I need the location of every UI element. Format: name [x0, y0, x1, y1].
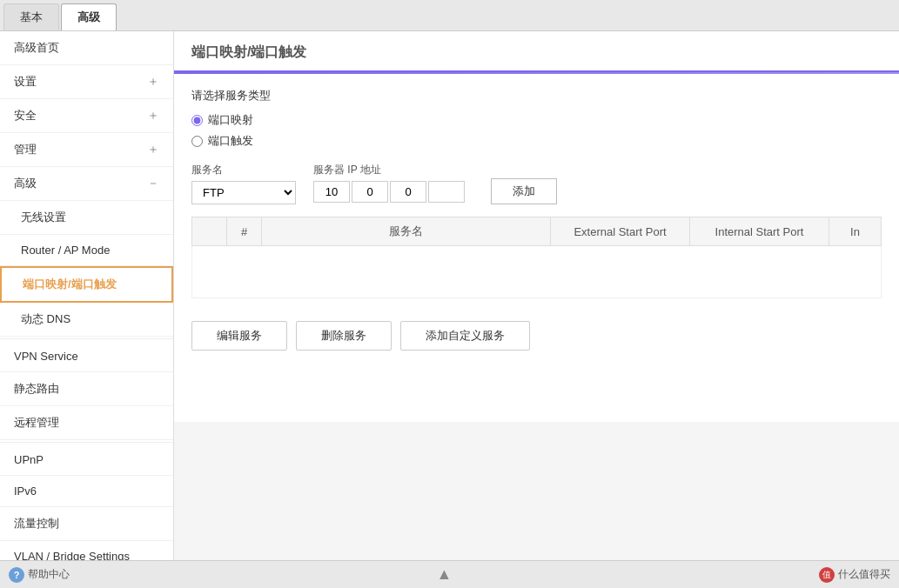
sidebar-upnp-label: UPnP — [14, 453, 44, 466]
add-custom-service-button[interactable]: 添加自定义服务 — [400, 321, 530, 351]
table-row-empty — [192, 246, 882, 298]
sidebar-vpn-label: VPN Service — [14, 350, 78, 363]
sidebar-item-security[interactable]: 安全 ＋ — [0, 99, 173, 133]
action-buttons: 编辑服务 删除服务 添加自定义服务 — [191, 312, 882, 351]
main-content: 端口映射/端口触发 请选择服务类型 端口映射 端口触发 服务名 — [174, 31, 899, 588]
sidebar-ipv6-label: IPv6 — [14, 484, 37, 498]
top-tabs-bar: 基本 高级 — [0, 0, 899, 31]
sidebar-item-upnp[interactable]: UPnP — [0, 444, 173, 476]
ip-octet-4[interactable] — [428, 181, 465, 203]
sidebar-item-dynamic-dns[interactable]: 动态 DNS — [0, 303, 173, 337]
sidebar-item-manage[interactable]: 管理 ＋ — [0, 133, 173, 167]
content-area: 请选择服务类型 端口映射 端口触发 服务名 FTP HTTP — [174, 74, 899, 422]
server-ip-label: 服务器 IP 地址 — [313, 163, 465, 177]
security-plus-icon: ＋ — [147, 108, 159, 124]
sidebar-item-wireless[interactable]: 无线设置 — [0, 201, 173, 235]
help-icon: ? — [9, 567, 24, 583]
watermark: 值 什么值得买 — [819, 567, 890, 583]
radio-port-mapping[interactable]: 端口映射 — [191, 112, 882, 128]
sidebar-settings-label: 设置 — [14, 74, 37, 90]
th-ext-start: External Start Port — [551, 217, 690, 246]
sidebar-item-ipv6[interactable]: IPv6 — [0, 476, 173, 507]
sidebar-item-static-route[interactable]: 静态路由 — [0, 372, 173, 406]
bottom-bar: ? 帮助中心 ▲ 值 什么值得买 — [0, 560, 899, 588]
radio-port-trigger-input[interactable] — [191, 136, 203, 147]
ip-octet-1[interactable] — [313, 181, 350, 203]
sidebar: 高级首页 设置 ＋ 安全 ＋ 管理 ＋ 高级 － 无线设置 Router / A… — [0, 31, 174, 588]
service-type-label: 请选择服务类型 — [191, 88, 882, 104]
sidebar-item-remote-mgmt[interactable]: 远程管理 — [0, 406, 173, 440]
add-button[interactable]: 添加 — [491, 178, 557, 204]
sidebar-port-mapping-label: 端口映射/端口触发 — [23, 277, 117, 292]
sidebar-item-traffic-ctrl[interactable]: 流量控制 — [0, 507, 173, 541]
table-header-row: # 服务名 External Start Port Internal Start… — [192, 217, 882, 246]
th-service: 服务名 — [262, 217, 551, 246]
sidebar-advanced-label: 高级 — [14, 176, 37, 191]
sidebar-item-settings[interactable]: 设置 ＋ — [0, 65, 173, 99]
bottom-arrow: ▲ — [437, 565, 453, 584]
th-num: # — [227, 217, 262, 246]
sidebar-wireless-label: 无线设置 — [21, 210, 66, 225]
th-int: In — [829, 217, 882, 246]
data-table: # 服务名 External Start Port Internal Start… — [191, 217, 882, 298]
advanced-minus-icon: － — [147, 176, 159, 191]
service-name-label: 服务名 — [191, 163, 296, 177]
tab-advanced[interactable]: 高级 — [61, 3, 117, 30]
sidebar-dynamic-dns-label: 动态 DNS — [21, 311, 70, 327]
sidebar-item-advanced[interactable]: 高级 － — [0, 167, 173, 201]
sidebar-item-home[interactable]: 高级首页 — [0, 31, 173, 65]
sidebar-static-route-label: 静态路由 — [14, 381, 59, 397]
sidebar-item-router-ap[interactable]: Router / AP Mode — [0, 235, 173, 266]
radio-port-trigger[interactable]: 端口触发 — [191, 133, 882, 149]
sidebar-manage-label: 管理 — [14, 142, 37, 157]
table-section: # 服务名 External Start Port Internal Start… — [191, 217, 882, 298]
radio-port-mapping-label: 端口映射 — [208, 112, 253, 128]
tab-basic[interactable]: 基本 — [3, 3, 59, 30]
help-text: 帮助中心 — [28, 567, 70, 582]
watermark-text: 什么值得买 — [838, 567, 890, 582]
sidebar-home-label: 高级首页 — [14, 40, 59, 56]
sidebar-security-label: 安全 — [14, 108, 37, 124]
radio-port-trigger-label: 端口触发 — [208, 133, 253, 149]
settings-plus-icon: ＋ — [147, 74, 159, 90]
radio-port-mapping-input[interactable] — [191, 115, 203, 126]
radio-group-service-type: 端口映射 端口触发 — [191, 112, 882, 149]
manage-plus-icon: ＋ — [147, 142, 159, 157]
th-check — [192, 217, 227, 246]
edit-service-button[interactable]: 编辑服务 — [191, 321, 287, 351]
sidebar-router-ap-label: Router / AP Mode — [21, 244, 110, 257]
page-header: 端口映射/端口触发 — [174, 31, 899, 72]
service-select[interactable]: FTP HTTP HTTPS SMTP POP3 IMAP Telnet Cus… — [191, 181, 296, 204]
page-title: 端口映射/端口触发 — [191, 43, 882, 62]
form-row-service: 服务名 FTP HTTP HTTPS SMTP POP3 IMAP Telnet… — [191, 163, 882, 204]
watermark-icon: 值 — [819, 567, 835, 583]
delete-service-button[interactable]: 删除服务 — [296, 321, 392, 351]
th-int-start: Internal Start Port — [690, 217, 829, 246]
sidebar-remote-mgmt-label: 远程管理 — [14, 415, 59, 431]
ip-octet-3[interactable] — [390, 181, 426, 203]
main-layout: 高级首页 设置 ＋ 安全 ＋ 管理 ＋ 高级 － 无线设置 Router / A… — [0, 31, 899, 588]
help-section[interactable]: ? 帮助中心 — [9, 567, 70, 583]
sidebar-divider-2 — [0, 442, 173, 443]
ip-octet-2[interactable] — [352, 181, 388, 203]
ip-input-group — [313, 181, 465, 203]
sidebar-item-vpn[interactable]: VPN Service — [0, 341, 173, 372]
sidebar-item-port-mapping[interactable]: 端口映射/端口触发 — [0, 266, 173, 303]
service-name-group: 服务名 FTP HTTP HTTPS SMTP POP3 IMAP Telnet… — [191, 163, 296, 204]
server-ip-group: 服务器 IP 地址 — [313, 163, 465, 203]
sidebar-traffic-ctrl-label: 流量控制 — [14, 516, 59, 531]
table-body — [192, 246, 882, 298]
sidebar-divider-1 — [0, 338, 173, 339]
